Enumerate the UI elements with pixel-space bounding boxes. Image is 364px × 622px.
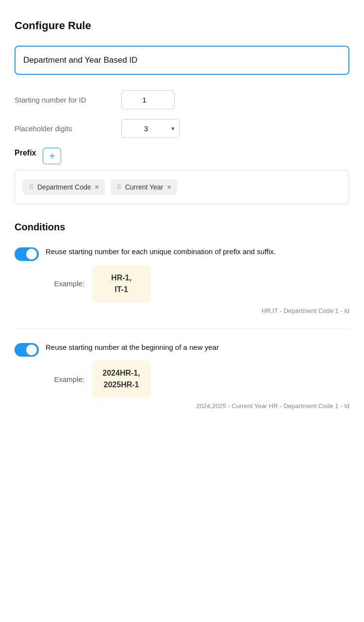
toggle-reuse-year-slider — [15, 343, 39, 357]
condition-reuse-year-content: Reuse starting number at the beginning o… — [46, 342, 349, 410]
toggle-reuse-prefix[interactable] — [15, 247, 39, 261]
prefix-tag-year-remove[interactable]: × — [167, 184, 171, 190]
conditions-title: Conditions — [15, 222, 349, 233]
condition-reuse-year-text: Reuse starting number at the beginning o… — [46, 342, 349, 353]
prefix-tags-area: ⠿ Department Code × ⠿ Current Year × — [15, 170, 349, 204]
drag-handle-icon[interactable]: ⠿ — [116, 183, 121, 191]
placeholder-digits-select-wrapper: 1 2 3 4 5 ▾ — [121, 119, 180, 138]
prefix-add-button[interactable]: + — [43, 148, 61, 164]
condition-reuse-prefix-text: Reuse starting number for each unique co… — [46, 246, 349, 258]
page-title: Configure Rule — [15, 19, 349, 32]
starting-number-label: Starting number for ID — [15, 96, 121, 104]
example-label-2: Example: — [46, 375, 84, 383]
example-meta-1: HR,IT - Department Code 1 - Id — [46, 307, 349, 314]
rule-name-input[interactable] — [15, 46, 349, 75]
example-box-1: HR-1,IT-1 — [92, 265, 150, 302]
example-box-2: 2024HR-1,2025HR-1 — [92, 361, 150, 397]
prefix-tag-dept-label: Department Code — [37, 183, 91, 191]
drag-handle-icon[interactable]: ⠿ — [29, 183, 33, 191]
prefix-tag-year-label: Current Year — [125, 183, 164, 191]
prefix-tag-dept: ⠿ Department Code × — [23, 179, 105, 195]
starting-number-input[interactable] — [121, 90, 175, 109]
prefix-section: Prefix + ⠿ Department Code × ⠿ Current Y… — [15, 148, 349, 204]
toggle-reuse-prefix-slider — [15, 247, 39, 261]
example-meta-2: 2024,2025 - Current Year HR - Department… — [46, 402, 349, 410]
example-row-2: Example: 2024HR-1,2025HR-1 — [46, 361, 349, 397]
example-label-1: Example: — [46, 279, 84, 288]
prefix-tag-year: ⠿ Current Year × — [111, 179, 177, 195]
condition-reuse-prefix-content: Reuse starting number for each unique co… — [46, 246, 349, 314]
example-row-1: Example: HR-1,IT-1 — [46, 265, 349, 302]
placeholder-digits-label: Placeholder digits — [15, 124, 121, 133]
condition-reuse-year: Reuse starting number at the beginning o… — [15, 342, 349, 410]
toggle-reuse-year[interactable] — [15, 343, 39, 357]
placeholder-digits-select[interactable]: 1 2 3 4 5 — [121, 119, 180, 138]
condition-reuse-prefix: Reuse starting number for each unique co… — [15, 246, 349, 314]
prefix-tag-dept-remove[interactable]: × — [95, 184, 99, 190]
prefix-label: Prefix — [15, 149, 36, 157]
starting-number-row: Starting number for ID — [15, 90, 349, 109]
placeholder-digits-row: Placeholder digits 1 2 3 4 5 ▾ — [15, 119, 349, 138]
divider-1 — [15, 328, 349, 328]
